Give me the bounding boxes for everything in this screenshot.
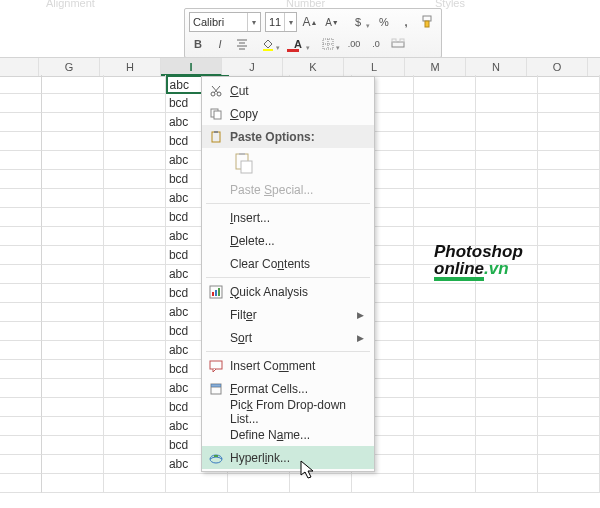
align-center-icon[interactable] [233, 35, 251, 53]
cell[interactable] [42, 417, 104, 436]
menu-pick-from-list[interactable]: Pick From Drop-down List... [202, 400, 374, 423]
cell[interactable] [538, 113, 600, 132]
cell[interactable] [476, 113, 538, 132]
cell[interactable] [104, 341, 166, 360]
cell[interactable] [538, 170, 600, 189]
cell[interactable] [538, 189, 600, 208]
cell[interactable] [104, 417, 166, 436]
cell[interactable] [414, 379, 476, 398]
cell[interactable] [42, 360, 104, 379]
cell[interactable] [538, 246, 600, 265]
cell[interactable] [42, 341, 104, 360]
percent-format-button[interactable]: % [375, 13, 393, 31]
cell[interactable] [538, 379, 600, 398]
cell[interactable] [476, 417, 538, 436]
cell[interactable] [476, 436, 538, 455]
cell[interactable] [476, 360, 538, 379]
cell[interactable] [42, 208, 104, 227]
cell[interactable] [538, 360, 600, 379]
format-painter-icon[interactable] [419, 13, 437, 31]
cell[interactable] [538, 284, 600, 303]
cell[interactable] [538, 398, 600, 417]
cell[interactable] [414, 113, 476, 132]
cell[interactable] [42, 75, 104, 94]
column-header[interactable]: I [161, 58, 222, 76]
cell[interactable] [538, 94, 600, 113]
cell[interactable] [476, 170, 538, 189]
menu-define-name[interactable]: Define Name... [202, 423, 374, 446]
cell[interactable] [476, 322, 538, 341]
cell[interactable] [538, 341, 600, 360]
cell[interactable] [476, 341, 538, 360]
column-header[interactable]: J [222, 58, 283, 76]
cell[interactable] [414, 94, 476, 113]
cell[interactable] [42, 455, 104, 474]
chevron-down-icon[interactable]: ▾ [284, 13, 296, 31]
cell[interactable] [42, 265, 104, 284]
cell[interactable] [42, 94, 104, 113]
menu-paste-default[interactable] [202, 148, 374, 178]
cell[interactable] [414, 417, 476, 436]
cell[interactable] [42, 170, 104, 189]
cell[interactable] [104, 208, 166, 227]
cell[interactable] [476, 75, 538, 94]
cell[interactable] [414, 303, 476, 322]
cell[interactable] [414, 170, 476, 189]
cell[interactable] [476, 284, 538, 303]
cell[interactable] [104, 151, 166, 170]
column-header[interactable]: L [344, 58, 405, 76]
menu-sort[interactable]: Sort▶ [202, 326, 374, 349]
cell[interactable] [42, 227, 104, 246]
menu-quick-analysis[interactable]: Quick Analysis [202, 280, 374, 303]
cell[interactable] [476, 474, 538, 493]
cell[interactable] [414, 341, 476, 360]
font-size-select[interactable]: 11▾ [265, 12, 297, 32]
menu-insert[interactable]: Insert... [202, 206, 374, 229]
fill-color-button[interactable] [255, 35, 281, 53]
column-header[interactable]: G [39, 58, 100, 76]
cell[interactable] [104, 227, 166, 246]
merge-center-icon[interactable] [389, 35, 407, 53]
increase-font-icon[interactable]: A▲ [301, 13, 319, 31]
cell[interactable] [42, 132, 104, 151]
font-select[interactable]: Calibri▾ [189, 12, 261, 32]
menu-copy[interactable]: Copy [202, 102, 374, 125]
borders-button[interactable] [315, 35, 341, 53]
cell[interactable] [104, 284, 166, 303]
cell[interactable] [414, 322, 476, 341]
cell[interactable] [42, 322, 104, 341]
cell[interactable] [414, 132, 476, 151]
cell[interactable] [538, 208, 600, 227]
cell[interactable] [42, 436, 104, 455]
cell[interactable] [104, 303, 166, 322]
cell[interactable] [476, 379, 538, 398]
menu-paste-special[interactable]: Paste Special... [202, 178, 374, 201]
chevron-down-icon[interactable]: ▾ [247, 13, 260, 31]
bold-button[interactable]: B [189, 35, 207, 53]
column-header[interactable]: N [466, 58, 527, 76]
comma-format-button[interactable]: , [397, 13, 415, 31]
menu-delete[interactable]: Delete... [202, 229, 374, 252]
cell[interactable] [104, 436, 166, 455]
decrease-font-icon[interactable]: A▼ [323, 13, 341, 31]
cell[interactable] [414, 436, 476, 455]
cell[interactable] [104, 246, 166, 265]
cell[interactable] [476, 398, 538, 417]
cell[interactable] [104, 189, 166, 208]
cell[interactable] [166, 474, 228, 493]
cell[interactable] [538, 132, 600, 151]
cell[interactable] [538, 265, 600, 284]
cell[interactable] [538, 455, 600, 474]
column-header[interactable]: K [283, 58, 344, 76]
cell[interactable] [104, 474, 166, 493]
menu-cut[interactable]: Cut [202, 79, 374, 102]
cell[interactable] [42, 113, 104, 132]
cell[interactable] [42, 303, 104, 322]
cell[interactable] [476, 303, 538, 322]
cell[interactable] [104, 132, 166, 151]
cell[interactable] [476, 189, 538, 208]
cell[interactable] [104, 265, 166, 284]
cell[interactable] [42, 398, 104, 417]
cell[interactable] [104, 379, 166, 398]
menu-filter[interactable]: Filter▶ [202, 303, 374, 326]
